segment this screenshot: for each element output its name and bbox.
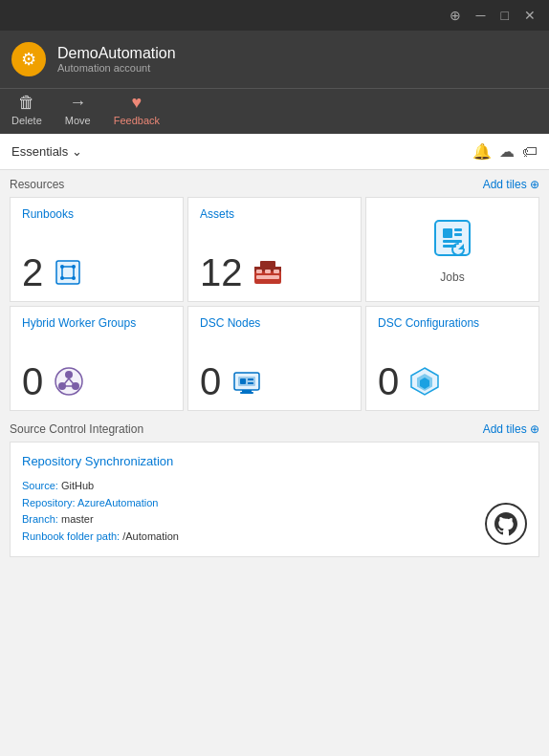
main-content: Resources Add tiles ⊕ Runbooks 2	[0, 170, 549, 756]
svg-point-24	[65, 371, 73, 378]
move-icon: →	[69, 93, 86, 113]
delete-label: Delete	[11, 115, 42, 126]
assets-tile-title[interactable]: Assets	[200, 207, 349, 221]
dsc-nodes-tile-title[interactable]: DSC Nodes	[200, 316, 349, 330]
feedback-icon: ♥	[132, 93, 143, 113]
repo-repository: Repository: AzureAutomation	[22, 495, 179, 512]
hybrid-worker-tile-title[interactable]: Hybrid Worker Groups	[22, 316, 171, 330]
dsc-config-icon	[408, 365, 441, 398]
source-control-section-header: Source Control Integration Add tiles ⊕	[10, 422, 539, 436]
svg-rect-34	[248, 382, 253, 384]
svg-rect-12	[256, 270, 262, 273]
app-logo-icon: ⚙	[11, 42, 46, 76]
svg-rect-0	[56, 261, 79, 284]
titlebar-controls: ⊕ ─ □ ✕	[444, 7, 541, 24]
cloud-icon[interactable]: ☁	[499, 142, 515, 161]
essentials-toggle[interactable]: Essentials ⌄	[11, 144, 82, 159]
repo-source: Source: GitHub	[22, 478, 179, 495]
repo-folder-value: /Automation	[122, 530, 179, 542]
jobs-icon	[429, 215, 475, 265]
runbooks-tile-title[interactable]: Runbooks	[22, 207, 171, 221]
repo-branch: Branch: master	[22, 511, 179, 529]
svg-rect-13	[265, 270, 271, 273]
repo-details: Repository Synchronization Source: GitHu…	[22, 454, 179, 545]
hybrid-icon	[53, 365, 85, 398]
titlebar: ⊕ ─ □ ✕	[0, 0, 549, 31]
jobs-tile-body: Jobs	[378, 207, 527, 292]
app-title-block: DemoAutomation Automation account	[57, 45, 538, 74]
feedback-label: Feedback	[114, 115, 160, 126]
essentials-bar: Essentials ⌄ 🔔 ☁ 🏷	[0, 134, 549, 170]
source-control-add-tiles-button[interactable]: Add tiles ⊕	[483, 422, 539, 436]
jobs-tile-title[interactable]: Jobs	[440, 270, 464, 284]
svg-rect-19	[454, 233, 462, 236]
repo-source-label: Source:	[22, 480, 58, 491]
essentials-label: Essentials	[11, 144, 68, 159]
svg-rect-36	[240, 392, 253, 394]
svg-rect-18	[454, 228, 462, 231]
svg-rect-14	[274, 270, 279, 273]
dsc-config-tile-title[interactable]: DSC Configurations	[378, 316, 527, 330]
hybrid-worker-tile-body: 0	[22, 362, 171, 400]
minimize-button[interactable]: ─	[471, 7, 492, 24]
delete-button[interactable]: 🗑 Delete	[11, 93, 42, 126]
repo-repository-value: AzureAutomation	[77, 497, 158, 508]
assets-count: 12	[200, 253, 243, 292]
svg-rect-15	[256, 275, 279, 279]
dsc-nodes-tile[interactable]: DSC Nodes 0	[187, 306, 362, 411]
dsc-nodes-tile-body: 0	[200, 362, 349, 400]
resources-add-tiles-button[interactable]: Add tiles ⊕	[483, 178, 539, 191]
assets-tile[interactable]: Assets 12	[187, 197, 362, 302]
chevron-down-icon: ⌄	[72, 144, 82, 159]
app-header: ⚙ DemoAutomation Automation account	[0, 31, 549, 88]
runbooks-count: 2	[22, 253, 43, 292]
move-button[interactable]: → Move	[65, 93, 91, 126]
svg-rect-11	[260, 261, 275, 269]
app-subtitle: Automation account	[57, 62, 538, 74]
github-icon	[485, 503, 527, 545]
app-title: DemoAutomation	[57, 45, 538, 62]
svg-rect-35	[242, 390, 252, 392]
runbooks-tile-body: 2	[22, 253, 171, 292]
svg-rect-17	[443, 228, 452, 238]
repo-folder: Runbook folder path: /Automation	[22, 529, 179, 546]
resources-tiles-grid: Runbooks 2	[10, 197, 539, 411]
resources-section-title: Resources	[10, 178, 64, 191]
svg-rect-32	[240, 378, 246, 384]
resources-section-header: Resources Add tiles ⊕	[10, 178, 539, 191]
dsc-config-count: 0	[378, 362, 399, 400]
maximize-button[interactable]: □	[495, 7, 515, 24]
feedback-button[interactable]: ♥ Feedback	[114, 93, 160, 126]
move-label: Move	[65, 115, 91, 126]
dsc-nodes-count: 0	[200, 362, 221, 400]
repo-branch-label: Branch:	[22, 513, 58, 525]
runbooks-tile[interactable]: Runbooks 2	[10, 197, 184, 302]
pin-button[interactable]: ⊕	[444, 7, 467, 24]
jobs-tile[interactable]: Jobs	[365, 197, 539, 302]
dsc-config-tile[interactable]: DSC Configurations 0	[365, 306, 539, 411]
source-control-section: Source Control Integration Add tiles ⊕ R…	[10, 422, 539, 557]
notifications-icon[interactable]: 🔔	[472, 142, 492, 161]
assets-tile-body: 12	[200, 253, 349, 292]
dsc-nodes-icon	[231, 365, 263, 398]
toolbar: 🗑 Delete → Move ♥ Feedback	[0, 88, 549, 134]
repo-branch-value: master	[61, 513, 94, 525]
runbook-icon	[53, 257, 83, 288]
source-control-section-title: Source Control Integration	[10, 422, 143, 436]
svg-rect-20	[443, 240, 462, 243]
dsc-config-tile-body: 0	[378, 362, 527, 400]
close-button[interactable]: ✕	[518, 7, 541, 24]
delete-icon: 🗑	[18, 93, 35, 113]
hybrid-worker-count: 0	[22, 362, 43, 400]
tag-icon[interactable]: 🏷	[522, 143, 538, 161]
assets-icon	[253, 259, 283, 286]
essentials-actions: 🔔 ☁ 🏷	[472, 142, 538, 161]
svg-rect-33	[248, 378, 253, 380]
repo-sync-title[interactable]: Repository Synchronization	[22, 454, 179, 468]
repo-sync-card[interactable]: Repository Synchronization Source: GitHu…	[10, 442, 539, 557]
repo-repository-label: Repository:	[22, 497, 76, 508]
repo-folder-label: Runbook folder path:	[22, 530, 120, 542]
hybrid-worker-tile[interactable]: Hybrid Worker Groups 0	[10, 306, 184, 411]
repo-source-value: GitHub	[61, 480, 94, 491]
